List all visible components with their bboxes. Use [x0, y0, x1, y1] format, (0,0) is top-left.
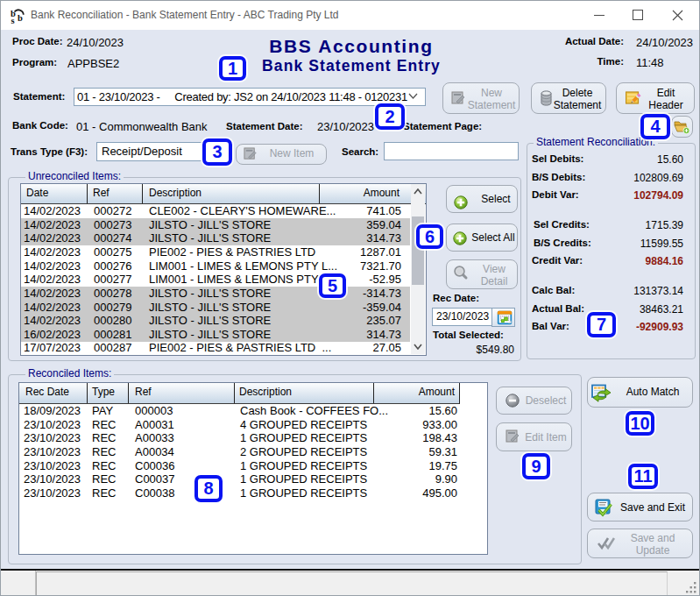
- svg-text:s: s: [11, 16, 15, 25]
- svg-text:b: b: [18, 13, 23, 23]
